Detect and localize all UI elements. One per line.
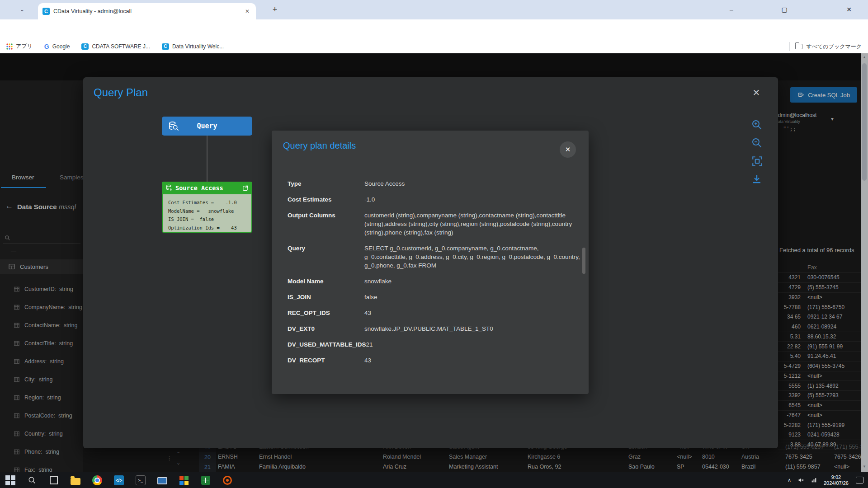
bookmark-cdata-software[interactable]: C CDATA SOFTWARE J... [81, 43, 150, 50]
chrome-icon[interactable] [91, 474, 103, 486]
details-fields: Type Source Access Cost Estimates -1.0 O… [288, 179, 584, 372]
notification-center-icon[interactable] [856, 477, 863, 483]
cdata-favicon: C [42, 8, 50, 15]
source-node-label: Source Access [175, 184, 242, 192]
bookmarks-bar: アプリ G Google C CDATA SOFTWARE J... C Dat… [0, 40, 868, 53]
detail-field-label: IS_JOIN [288, 293, 364, 301]
detail-field-value: -1.0 [364, 195, 581, 204]
detail-field-value: SELECT g_0.customerid, g_0.companyname, … [364, 244, 581, 270]
detail-field-row: Type Source Access [288, 179, 584, 188]
date: 2024/07/26 [824, 480, 849, 486]
detail-field-label: Cost Estimates [288, 195, 364, 204]
browser-toolbar: ← → ⟳ i localhost:8080/account/#/u/0/edi… [0, 19, 868, 40]
profiler-app-icon[interactable] [222, 474, 233, 486]
detail-field-value: snowflake.JP_DV.PUBLIC.MAT_TABLE_1_ST0 [364, 324, 581, 333]
detail-field-label: Output Columns [288, 211, 364, 237]
bookmark-apps[interactable]: アプリ [6, 42, 33, 50]
detail-field-row: Model Name snowflake [288, 277, 584, 286]
query-plan-details-dialog: Query plan details ✕ Type Source Access … [272, 131, 589, 394]
source-access-header: Source Access [162, 182, 252, 194]
details-title: Query plan details [283, 141, 356, 151]
details-scrollbar-thumb[interactable] [582, 248, 585, 274]
volume-icon[interactable] [797, 477, 804, 483]
detail-field-row: DV_USED_MATTABLE_IDS 21 [288, 340, 584, 349]
apps-grid-icon [6, 43, 13, 50]
remote-desktop-icon[interactable] [156, 474, 168, 486]
detail-field-label: Model Name [288, 277, 364, 286]
plan-connector-line [207, 136, 208, 182]
detail-field-value: 21 [366, 340, 583, 349]
query-db-search-icon [168, 121, 179, 131]
query-node-label: Query [197, 122, 217, 130]
time: 9:02 [824, 474, 849, 480]
window-maximize-button[interactable]: ▢ [774, 3, 795, 16]
modal-close-icon[interactable]: ✕ [750, 87, 762, 98]
detail-field-value: customerid (string),companyname (string)… [364, 211, 581, 237]
divider [789, 42, 790, 51]
external-link-icon[interactable] [242, 185, 249, 191]
detail-field-label: REC_OPT_IDS [288, 309, 364, 317]
google-favicon: G [44, 43, 49, 50]
windows-logo-icon [5, 475, 15, 485]
office-apps-icon[interactable] [178, 474, 190, 486]
new-tab-button[interactable]: + [269, 5, 280, 15]
file-explorer-icon[interactable] [70, 474, 81, 486]
window-close-button[interactable]: ✕ [839, 3, 859, 16]
network-icon[interactable] [811, 477, 817, 483]
query-node[interactable]: Query [162, 117, 252, 136]
cdata-favicon: C [162, 43, 169, 50]
zoom-out-icon[interactable] [751, 137, 762, 148]
detail-field-value: 43 [364, 356, 581, 365]
detail-field-row: Query SELECT g_0.customerid, g_0.company… [288, 244, 584, 270]
tab-title: CData Virtuality - admin@locall [53, 8, 242, 14]
screen: ⌄ C CData Virtuality - admin@locall ✕ + … [0, 0, 868, 488]
fit-screen-icon[interactable] [751, 155, 763, 167]
detail-field-value: snowflake [364, 277, 581, 286]
detail-field-label: Type [288, 179, 364, 188]
vscode-icon[interactable]: </> [113, 474, 125, 486]
detail-field-row: IS_JOIN false [288, 293, 584, 301]
cdata-favicon: C [81, 43, 89, 50]
browser-tab[interactable]: C CData Virtuality - admin@locall ✕ [38, 3, 256, 19]
terminal-icon[interactable]: >_ [135, 474, 146, 486]
bookmark-data-virtuality[interactable]: C Data Virtuality Welc... [162, 43, 224, 50]
browser-tabstrip: ⌄ C CData Virtuality - admin@locall ✕ + … [0, 0, 868, 19]
details-close-button[interactable]: ✕ [560, 141, 576, 158]
detail-field-row: REC_OPT_IDS 43 [288, 309, 584, 317]
detail-field-value: false [364, 293, 581, 301]
source-access-node[interactable]: Source Access Cost Estimates = -1.0Model… [162, 182, 252, 233]
start-button[interactable] [5, 474, 16, 486]
detail-field-row: DV_EXT0 snowflake.JP_DV.PUBLIC.MAT_TABLE… [288, 324, 584, 333]
bookmark-google[interactable]: G Google [44, 43, 70, 50]
detail-field-label: Query [288, 244, 364, 270]
task-view-icon[interactable] [48, 474, 60, 486]
zoom-in-icon[interactable] [751, 119, 762, 130]
tray-expand-icon[interactable]: ∧ [788, 477, 791, 483]
detail-field-label: DV_EXT0 [288, 324, 364, 333]
detail-field-row: DV_RECOPT 43 [288, 356, 584, 365]
tab-close-icon[interactable]: ✕ [245, 8, 251, 14]
window-minimize-button[interactable]: – [721, 3, 742, 16]
system-tray: ∧ 9:02 2024/07/26 [788, 472, 868, 488]
detail-field-row: Output Columns customerid (string),compa… [288, 211, 584, 237]
download-plan-icon[interactable] [751, 174, 762, 184]
modal-title: Query Plan [94, 86, 148, 99]
taskbar-search-icon[interactable] [26, 474, 38, 486]
clock[interactable]: 9:02 2024/07/26 [824, 474, 849, 486]
tab-search-chevron-icon[interactable]: ⌄ [17, 5, 27, 14]
db-download-icon [165, 184, 173, 192]
detail-field-row: Cost Estimates -1.0 [288, 195, 584, 204]
detail-field-value: 43 [364, 309, 581, 317]
taskbar: </> >_ ∧ 9:02 2024/07/26 [0, 472, 868, 488]
detail-field-label: DV_USED_MATTABLE_IDS [288, 340, 366, 349]
detail-field-label: DV_RECOPT [288, 356, 364, 365]
detail-field-value: Source Access [364, 179, 581, 188]
source-node-details: Cost Estimates = -1.0ModelName = snowfla… [162, 194, 252, 233]
all-bookmarks[interactable]: すべてのブックマーク [789, 40, 862, 53]
folder-icon [795, 44, 802, 49]
spreadsheet-app-icon[interactable] [200, 474, 212, 486]
